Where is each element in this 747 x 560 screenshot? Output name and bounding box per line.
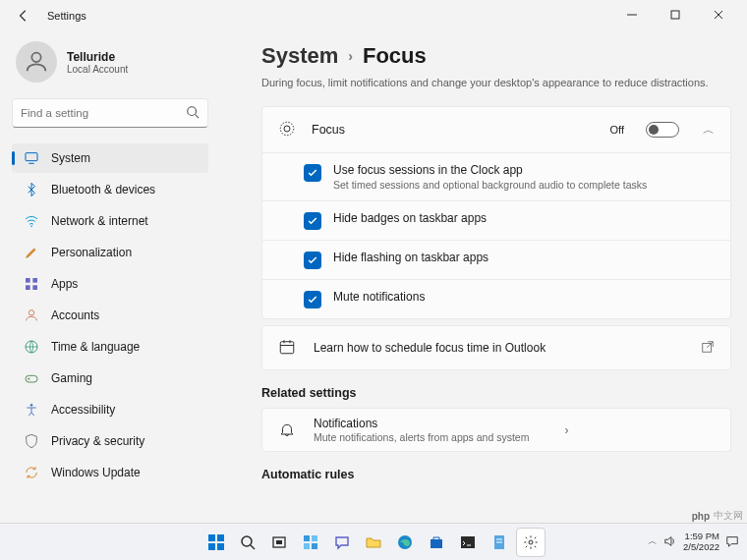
- svg-point-19: [284, 126, 290, 132]
- notepad-button[interactable]: [485, 528, 514, 557]
- sidebar-item-bluetooth-devices[interactable]: Bluetooth & devices: [12, 175, 208, 204]
- svg-rect-5: [26, 153, 37, 161]
- sidebar-item-accounts[interactable]: Accounts: [12, 301, 208, 330]
- svg-rect-28: [217, 543, 224, 550]
- sidebar-item-system[interactable]: System: [12, 143, 208, 173]
- maximize-button[interactable]: [662, 9, 688, 23]
- svg-rect-14: [26, 375, 37, 382]
- option-sub: Set timed sessions and optional backgrou…: [333, 179, 647, 191]
- search-input[interactable]: [21, 107, 186, 119]
- focus-option[interactable]: Hide flashing on taskbar apps: [262, 240, 730, 279]
- wifi-icon: [24, 213, 39, 229]
- sidebar-item-time-language[interactable]: Time & language: [12, 332, 208, 362]
- checkbox-icon[interactable]: [304, 164, 321, 182]
- user-name: Telluride: [67, 50, 128, 64]
- svg-rect-1: [671, 11, 679, 19]
- svg-point-7: [30, 226, 32, 228]
- sidebar-item-label: Gaming: [51, 371, 92, 385]
- globe-icon: [24, 339, 39, 355]
- start-button[interactable]: [201, 528, 231, 557]
- svg-line-4: [196, 114, 200, 118]
- sidebar-item-label: Windows Update: [51, 466, 141, 479]
- edge-button[interactable]: [390, 528, 420, 557]
- back-button[interactable]: [10, 2, 37, 29]
- breadcrumb: System › Focus: [261, 43, 731, 69]
- bell-icon: [278, 420, 296, 440]
- option-label: Use focus sessions in the Clock app: [333, 163, 647, 177]
- notifications-card[interactable]: Notifications Mute notifications, alerts…: [261, 408, 731, 452]
- sidebar-item-label: Accounts: [51, 308, 99, 322]
- focus-icon: [278, 120, 296, 140]
- svg-point-17: [30, 404, 33, 407]
- chevron-right-icon: ›: [348, 48, 353, 64]
- task-view-button[interactable]: [264, 528, 294, 557]
- apps-icon: [24, 276, 39, 292]
- focus-option[interactable]: Mute notifications: [262, 279, 730, 318]
- outlook-link-card[interactable]: Learn how to schedule focus time in Outl…: [261, 325, 731, 370]
- clock[interactable]: 1:59 PM 2/5/2022: [683, 532, 719, 553]
- calendar-icon: [278, 338, 296, 359]
- profile-button[interactable]: Telluride Local Account: [12, 31, 208, 98]
- svg-rect-39: [461, 536, 475, 548]
- close-button[interactable]: [706, 9, 731, 23]
- tray-chevron-icon[interactable]: ︿: [648, 535, 658, 548]
- focus-option[interactable]: Use focus sessions in the Clock appSet t…: [262, 153, 730, 200]
- main-content: System › Focus During focus, limit notif…: [216, 31, 747, 523]
- focus-card-header[interactable]: Focus Off ︿: [262, 107, 730, 152]
- svg-line-30: [251, 545, 255, 549]
- widgets-button[interactable]: [296, 528, 325, 557]
- option-label: Hide badges on taskbar apps: [333, 211, 487, 225]
- taskbar: ︿ 1:59 PM 2/5/2022: [0, 523, 747, 560]
- checkbox-icon[interactable]: [304, 291, 321, 308]
- svg-rect-38: [431, 539, 442, 548]
- brush-icon: [24, 245, 39, 260]
- volume-icon[interactable]: [663, 534, 677, 550]
- chevron-up-icon[interactable]: ︿: [703, 122, 715, 139]
- terminal-button[interactable]: [453, 528, 483, 557]
- notifications-tray-icon[interactable]: [725, 534, 739, 550]
- focus-state-label: Off: [610, 124, 624, 136]
- file-explorer-button[interactable]: [359, 528, 388, 557]
- settings-taskbar-button[interactable]: [516, 528, 546, 557]
- svg-rect-20: [280, 341, 294, 353]
- sidebar-item-apps[interactable]: Apps: [12, 269, 208, 299]
- search-box[interactable]: [12, 98, 208, 128]
- breadcrumb-current: Focus: [363, 43, 427, 69]
- svg-rect-34: [312, 535, 317, 541]
- minimize-button[interactable]: [619, 9, 645, 23]
- checkbox-icon[interactable]: [304, 212, 321, 230]
- focus-toggle[interactable]: [646, 122, 679, 138]
- sidebar-item-label: Accessibility: [51, 403, 115, 417]
- chat-button[interactable]: [327, 528, 357, 557]
- sidebar-item-label: Privacy & security: [51, 434, 144, 448]
- open-external-icon: [701, 340, 715, 357]
- svg-rect-10: [26, 285, 30, 290]
- notifications-title: Notifications: [314, 417, 529, 430]
- sidebar-item-network-internet[interactable]: Network & internet: [12, 206, 208, 236]
- automatic-rules-heading: Automatic rules: [261, 468, 731, 481]
- user-account: Local Account: [67, 64, 128, 75]
- focus-card: Focus Off ︿ Use focus sessions in the Cl…: [261, 106, 731, 319]
- svg-point-3: [188, 106, 197, 115]
- checkbox-icon[interactable]: [304, 252, 321, 269]
- svg-point-18: [280, 122, 294, 136]
- sidebar-item-windows-update[interactable]: Windows Update: [12, 458, 208, 487]
- related-settings-heading: Related settings: [261, 386, 731, 400]
- sidebar-item-gaming[interactable]: Gaming: [12, 364, 208, 393]
- taskbar-search-button[interactable]: [233, 528, 262, 557]
- focus-label: Focus: [312, 123, 345, 137]
- sidebar-item-label: System: [51, 151, 90, 165]
- bluetooth-icon: [24, 182, 39, 197]
- avatar-icon: [16, 41, 57, 83]
- focus-option[interactable]: Hide badges on taskbar apps: [262, 200, 730, 240]
- svg-rect-32: [276, 540, 282, 544]
- sidebar-item-privacy-security[interactable]: Privacy & security: [12, 426, 208, 456]
- sidebar-item-accessibility[interactable]: Accessibility: [12, 395, 208, 424]
- store-button[interactable]: [422, 528, 451, 557]
- shield-icon: [24, 433, 39, 449]
- svg-point-12: [29, 310, 33, 315]
- breadcrumb-parent[interactable]: System: [261, 43, 338, 69]
- watermark: php中文网: [692, 509, 743, 523]
- svg-rect-9: [32, 278, 37, 283]
- sidebar-item-personalization[interactable]: Personalization: [12, 238, 208, 267]
